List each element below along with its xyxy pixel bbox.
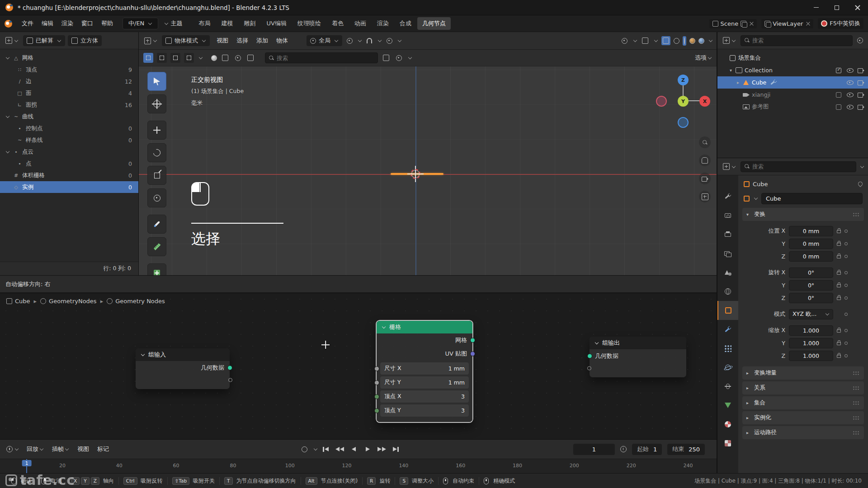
geometry-input-socket[interactable]: [587, 354, 592, 359]
select-mode-invert[interactable]: [184, 53, 194, 63]
shading-wireframe-button[interactable]: [674, 38, 679, 44]
pan-button[interactable]: [699, 155, 711, 166]
camera-view-button[interactable]: [699, 173, 711, 184]
drag-grip-icon[interactable]: [853, 371, 860, 375]
uv-output-socket[interactable]: [470, 352, 475, 357]
node-value-field[interactable]: 尺寸 Y 1 mm: [380, 376, 469, 389]
properties-tab[interactable]: [717, 263, 738, 282]
editor-type-button[interactable]: [142, 37, 159, 45]
properties-tab[interactable]: [717, 339, 738, 358]
spreadsheet-row[interactable]: △ 网格: [0, 52, 138, 64]
editor-type-button[interactable]: [5, 445, 21, 453]
add-primitive-tool[interactable]: [147, 263, 166, 275]
timeline-ruler[interactable]: 20406080100120140160180200220240 1: [0, 459, 717, 473]
animate-dot-icon[interactable]: [844, 284, 848, 287]
outliner-row[interactable]: 参考图: [717, 101, 868, 113]
menu-item[interactable]: 帮助: [97, 18, 117, 29]
viewport-canvas[interactable]: 正交前视图 (1) 场景集合 | Cube 毫米 选择: [139, 66, 717, 275]
spreadsheet-row[interactable]: ∷ 顶点 9: [0, 64, 138, 75]
collapse-icon[interactable]: [141, 352, 145, 356]
annotate-tool[interactable]: [147, 215, 166, 234]
camera-icon[interactable]: [858, 80, 864, 85]
spreadsheet-row[interactable]: • 点云: [0, 146, 138, 158]
ortho-toggle-button[interactable]: [699, 191, 711, 202]
theme-menu[interactable]: 主题: [159, 18, 186, 29]
minimize-button[interactable]: [806, 0, 826, 15]
blender-app-menu-icon[interactable]: [5, 20, 12, 28]
viewlayer-selector[interactable]: ViewLayer: [761, 19, 813, 28]
maximize-button[interactable]: [826, 0, 847, 15]
language-toggle-button[interactable]: 中/EN: [123, 18, 158, 29]
outliner-row[interactable]: 场景集合: [717, 52, 868, 64]
properties-tab[interactable]: [717, 225, 738, 244]
property-value-field[interactable]: 0°: [789, 293, 833, 303]
shading-solid-button[interactable]: [683, 36, 686, 46]
gizmo-negx-axis[interactable]: [656, 96, 667, 107]
drag-grip-icon[interactable]: [853, 386, 860, 390]
expand-icon[interactable]: [6, 150, 9, 153]
property-value-field[interactable]: 1.000: [789, 338, 833, 348]
box-icon[interactable]: [836, 104, 843, 110]
animate-dot-icon[interactable]: [844, 342, 848, 345]
animate-dot-icon[interactable]: [844, 242, 848, 245]
breadcrumb-object-name[interactable]: Cube: [753, 181, 768, 188]
viewport-menu-item[interactable]: 选择: [232, 35, 252, 47]
spreadsheet-row[interactable]: / 边 12: [0, 75, 138, 87]
lock-icon[interactable]: [837, 355, 841, 358]
lock-icon[interactable]: [837, 230, 841, 233]
shading-rendered-button[interactable]: [698, 38, 704, 44]
spreadsheet-row[interactable]: • 控制点 0: [0, 122, 138, 134]
tool-search[interactable]: [265, 52, 378, 63]
workspace-tab[interactable]: 几何节点: [417, 17, 451, 30]
viewport-menu-item[interactable]: 添加: [252, 35, 272, 47]
editor-type-button[interactable]: [721, 162, 738, 171]
lock-icon[interactable]: [837, 243, 841, 246]
gizmo-x-axis[interactable]: X: [699, 96, 710, 107]
cursor-tool[interactable]: [147, 94, 166, 113]
spreadsheet-row[interactable]: ~ 曲线: [0, 111, 138, 122]
measure-tool[interactable]: [147, 237, 166, 256]
rotate-tool[interactable]: [147, 143, 166, 162]
drag-grip-icon[interactable]: [853, 401, 860, 405]
outliner-search-input[interactable]: [752, 37, 849, 44]
grid-node-header[interactable]: 栅格: [377, 321, 472, 333]
translation-plugin-button[interactable]: F5中英切换: [818, 18, 863, 29]
outliner-search[interactable]: [741, 35, 853, 46]
pivot-point-dropdown[interactable]: [345, 36, 354, 45]
select-mode-set[interactable]: [143, 53, 153, 63]
breadcrumb-item[interactable]: Cube ▸: [6, 298, 38, 305]
editor-type-button[interactable]: [721, 36, 738, 45]
expand-icon[interactable]: ▾: [728, 68, 733, 73]
object-name[interactable]: Collection: [745, 67, 773, 74]
property-value-field[interactable]: 0 mm: [789, 251, 833, 262]
input-socket[interactable]: [374, 366, 379, 371]
workspace-tab[interactable]: UV编辑: [261, 17, 291, 30]
lock-icon[interactable]: [837, 272, 841, 275]
geometry-output-socket[interactable]: [227, 366, 232, 371]
preview-range-icon[interactable]: [620, 446, 627, 452]
workspace-tab[interactable]: 合成: [395, 17, 416, 30]
object-name[interactable]: 场景集合: [738, 54, 761, 62]
transform-orientation-dropdown[interactable]: 全局: [307, 35, 342, 46]
jump-to-start-button[interactable]: [320, 444, 332, 455]
animate-dot-icon[interactable]: [844, 354, 848, 357]
breadcrumb-item[interactable]: GeometryNodes ▸: [40, 298, 104, 305]
drag-grip-icon[interactable]: [853, 431, 860, 435]
tool-options[interactable]: 选项: [695, 54, 712, 62]
collapse-icon[interactable]: [595, 341, 599, 344]
expand-icon[interactable]: [6, 114, 9, 118]
expand-icon[interactable]: [6, 56, 9, 59]
animate-dot-icon[interactable]: [844, 271, 848, 274]
properties-tab[interactable]: [717, 396, 738, 415]
tool-search-input[interactable]: [277, 55, 374, 61]
tool-icon-1[interactable]: [221, 53, 230, 62]
animate-dot-icon[interactable]: [844, 255, 848, 258]
xray-toggle[interactable]: [661, 36, 670, 45]
tool-icon-3[interactable]: [246, 53, 255, 62]
proportional-editing-toggle[interactable]: [385, 36, 394, 45]
node-value-field[interactable]: 尺寸 X 1 mm: [380, 362, 469, 375]
editor-type-button[interactable]: [4, 36, 20, 45]
gizmo-y-axis[interactable]: Y: [678, 96, 689, 107]
prev-keyframe-button[interactable]: [334, 444, 346, 455]
eye-icon[interactable]: [847, 67, 854, 73]
